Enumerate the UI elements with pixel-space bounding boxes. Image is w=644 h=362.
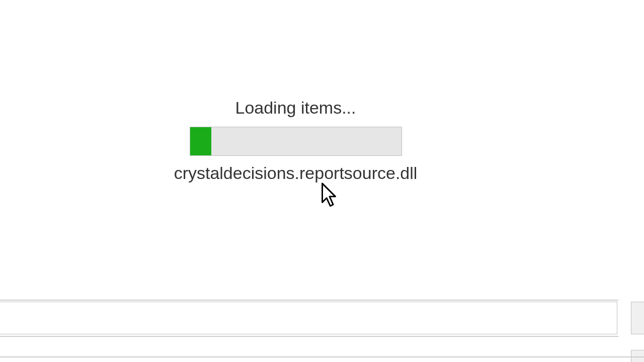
bottom-input-field[interactable]	[0, 302, 617, 334]
loading-title: Loading items...	[235, 98, 356, 118]
divider	[0, 300, 618, 301]
mouse-cursor-icon	[320, 182, 339, 208]
divider	[0, 336, 618, 337]
progress-bar	[190, 127, 402, 156]
bottom-button-secondary[interactable]	[631, 350, 644, 362]
progress-bar-fill	[190, 127, 211, 155]
loading-dialog: Loading items... crystaldecisions.report…	[176, 98, 415, 183]
bottom-button[interactable]	[631, 302, 644, 334]
divider	[0, 356, 644, 357]
loading-current-file: crystaldecisions.reportsource.dll	[174, 163, 418, 183]
